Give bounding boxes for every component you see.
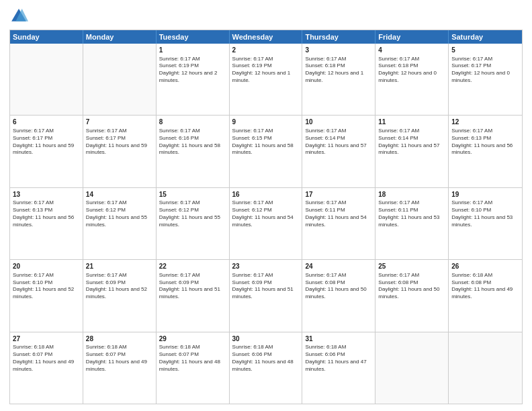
day-cell-17: 17Sunrise: 6:17 AMSunset: 6:11 PMDayligh…	[302, 188, 375, 259]
day-cell-14: 14Sunrise: 6:17 AMSunset: 6:12 PMDayligh…	[83, 188, 157, 259]
day-cell-24: 24Sunrise: 6:17 AMSunset: 6:08 PMDayligh…	[302, 260, 375, 331]
day-info: Sunrise: 6:17 AMSunset: 6:13 PMDaylight:…	[13, 199, 80, 228]
day-cell-5: 5Sunrise: 6:17 AMSunset: 6:17 PMDaylight…	[449, 44, 522, 115]
day-info: Sunrise: 6:18 AMSunset: 6:07 PMDaylight:…	[13, 344, 80, 373]
day-number: 26	[451, 262, 519, 271]
day-number: 4	[378, 46, 445, 55]
day-number: 17	[305, 190, 372, 199]
day-info: Sunrise: 6:18 AMSunset: 6:06 PMDaylight:…	[232, 344, 300, 373]
empty-cell	[449, 332, 522, 404]
day-cell-20: 20Sunrise: 6:17 AMSunset: 6:10 PMDayligh…	[10, 260, 83, 331]
day-number: 27	[13, 334, 80, 344]
day-cell-28: 28Sunrise: 6:18 AMSunset: 6:07 PMDayligh…	[83, 332, 157, 404]
calendar-body: 1Sunrise: 6:17 AMSunset: 6:19 PMDaylight…	[10, 44, 522, 404]
header-day-sunday: Sunday	[10, 30, 83, 44]
day-cell-4: 4Sunrise: 6:17 AMSunset: 6:18 PMDaylight…	[375, 44, 449, 115]
day-cell-9: 9Sunrise: 6:17 AMSunset: 6:15 PMDaylight…	[230, 116, 303, 187]
day-cell-12: 12Sunrise: 6:17 AMSunset: 6:13 PMDayligh…	[449, 116, 522, 187]
day-cell-6: 6Sunrise: 6:17 AMSunset: 6:17 PMDaylight…	[10, 116, 83, 187]
day-info: Sunrise: 6:17 AMSunset: 6:10 PMDaylight:…	[13, 272, 80, 301]
day-number: 23	[232, 262, 300, 271]
day-cell-19: 19Sunrise: 6:17 AMSunset: 6:10 PMDayligh…	[449, 188, 522, 259]
day-number: 11	[378, 118, 445, 127]
day-info: Sunrise: 6:17 AMSunset: 6:08 PMDaylight:…	[378, 272, 445, 301]
calendar: SundayMondayTuesdayWednesdayThursdayFrid…	[9, 30, 523, 404]
day-cell-30: 30Sunrise: 6:18 AMSunset: 6:06 PMDayligh…	[230, 332, 303, 404]
day-cell-23: 23Sunrise: 6:17 AMSunset: 6:09 PMDayligh…	[230, 260, 303, 331]
header-day-saturday: Saturday	[449, 30, 522, 44]
day-number: 16	[232, 190, 300, 199]
calendar-row-1: 1Sunrise: 6:17 AMSunset: 6:19 PMDaylight…	[10, 44, 522, 115]
day-info: Sunrise: 6:17 AMSunset: 6:19 PMDaylight:…	[159, 56, 226, 85]
day-cell-2: 2Sunrise: 6:17 AMSunset: 6:19 PMDaylight…	[230, 44, 303, 115]
day-cell-22: 22Sunrise: 6:17 AMSunset: 6:09 PMDayligh…	[157, 260, 230, 331]
day-number: 21	[86, 262, 153, 271]
day-info: Sunrise: 6:17 AMSunset: 6:18 PMDaylight:…	[378, 56, 445, 85]
day-number: 7	[86, 118, 153, 127]
day-cell-27: 27Sunrise: 6:18 AMSunset: 6:07 PMDayligh…	[10, 332, 83, 404]
empty-cell	[375, 332, 449, 404]
day-cell-8: 8Sunrise: 6:17 AMSunset: 6:16 PMDaylight…	[157, 116, 230, 187]
day-info: Sunrise: 6:17 AMSunset: 6:08 PMDaylight:…	[305, 272, 372, 301]
day-number: 1	[159, 46, 226, 55]
empty-cell	[10, 44, 83, 115]
day-cell-16: 16Sunrise: 6:17 AMSunset: 6:12 PMDayligh…	[230, 188, 303, 259]
day-info: Sunrise: 6:17 AMSunset: 6:15 PMDaylight:…	[232, 128, 300, 156]
day-info: Sunrise: 6:17 AMSunset: 6:10 PMDaylight:…	[451, 199, 519, 228]
day-info: Sunrise: 6:17 AMSunset: 6:17 PMDaylight:…	[451, 56, 519, 85]
day-info: Sunrise: 6:17 AMSunset: 6:12 PMDaylight:…	[232, 199, 300, 228]
day-info: Sunrise: 6:17 AMSunset: 6:17 PMDaylight:…	[13, 128, 80, 156]
day-number: 3	[305, 46, 372, 55]
header-day-friday: Friday	[375, 30, 449, 44]
header-day-wednesday: Wednesday	[230, 30, 303, 44]
day-number: 31	[305, 334, 372, 344]
day-number: 29	[159, 334, 226, 344]
day-info: Sunrise: 6:17 AMSunset: 6:18 PMDaylight:…	[305, 56, 372, 85]
empty-cell	[83, 44, 157, 115]
day-cell-21: 21Sunrise: 6:17 AMSunset: 6:09 PMDayligh…	[83, 260, 157, 331]
day-number: 14	[86, 190, 153, 199]
calendar-row-2: 6Sunrise: 6:17 AMSunset: 6:17 PMDaylight…	[10, 115, 522, 187]
header-day-thursday: Thursday	[302, 30, 375, 44]
calendar-row-5: 27Sunrise: 6:18 AMSunset: 6:07 PMDayligh…	[10, 332, 522, 404]
day-number: 12	[451, 118, 519, 127]
day-number: 13	[13, 190, 80, 199]
day-cell-26: 26Sunrise: 6:18 AMSunset: 6:08 PMDayligh…	[449, 260, 522, 331]
day-cell-31: 31Sunrise: 6:18 AMSunset: 6:06 PMDayligh…	[302, 332, 375, 404]
day-cell-11: 11Sunrise: 6:17 AMSunset: 6:14 PMDayligh…	[375, 116, 449, 187]
header-day-monday: Monday	[83, 30, 157, 44]
day-info: Sunrise: 6:18 AMSunset: 6:08 PMDaylight:…	[451, 272, 519, 301]
logo-icon	[9, 7, 28, 26]
day-info: Sunrise: 6:18 AMSunset: 6:06 PMDaylight:…	[305, 344, 372, 373]
day-cell-18: 18Sunrise: 6:17 AMSunset: 6:11 PMDayligh…	[375, 188, 449, 259]
day-info: Sunrise: 6:17 AMSunset: 6:11 PMDaylight:…	[305, 199, 372, 228]
day-number: 6	[13, 118, 80, 127]
header	[9, 7, 523, 26]
day-number: 10	[305, 118, 372, 127]
day-info: Sunrise: 6:17 AMSunset: 6:09 PMDaylight:…	[232, 272, 300, 301]
day-number: 8	[159, 118, 226, 127]
day-info: Sunrise: 6:18 AMSunset: 6:07 PMDaylight:…	[159, 344, 226, 373]
calendar-row-4: 20Sunrise: 6:17 AMSunset: 6:10 PMDayligh…	[10, 259, 522, 331]
day-number: 20	[13, 262, 80, 271]
day-cell-29: 29Sunrise: 6:18 AMSunset: 6:07 PMDayligh…	[157, 332, 230, 404]
day-number: 9	[232, 118, 300, 127]
day-cell-10: 10Sunrise: 6:17 AMSunset: 6:14 PMDayligh…	[302, 116, 375, 187]
day-info: Sunrise: 6:17 AMSunset: 6:13 PMDaylight:…	[451, 128, 519, 156]
day-info: Sunrise: 6:17 AMSunset: 6:14 PMDaylight:…	[378, 128, 445, 156]
day-cell-15: 15Sunrise: 6:17 AMSunset: 6:12 PMDayligh…	[157, 188, 230, 259]
day-info: Sunrise: 6:17 AMSunset: 6:09 PMDaylight:…	[86, 272, 153, 301]
day-info: Sunrise: 6:18 AMSunset: 6:07 PMDaylight:…	[86, 344, 153, 373]
day-number: 18	[378, 190, 445, 199]
header-day-tuesday: Tuesday	[157, 30, 230, 44]
logo	[9, 7, 31, 26]
day-cell-13: 13Sunrise: 6:17 AMSunset: 6:13 PMDayligh…	[10, 188, 83, 259]
day-cell-7: 7Sunrise: 6:17 AMSunset: 6:17 PMDaylight…	[83, 116, 157, 187]
day-number: 5	[451, 46, 519, 55]
day-info: Sunrise: 6:17 AMSunset: 6:11 PMDaylight:…	[378, 199, 445, 228]
day-number: 2	[232, 46, 300, 55]
day-number: 19	[451, 190, 519, 199]
day-number: 28	[86, 334, 153, 344]
day-info: Sunrise: 6:17 AMSunset: 6:17 PMDaylight:…	[86, 128, 153, 156]
day-info: Sunrise: 6:17 AMSunset: 6:16 PMDaylight:…	[159, 128, 226, 156]
